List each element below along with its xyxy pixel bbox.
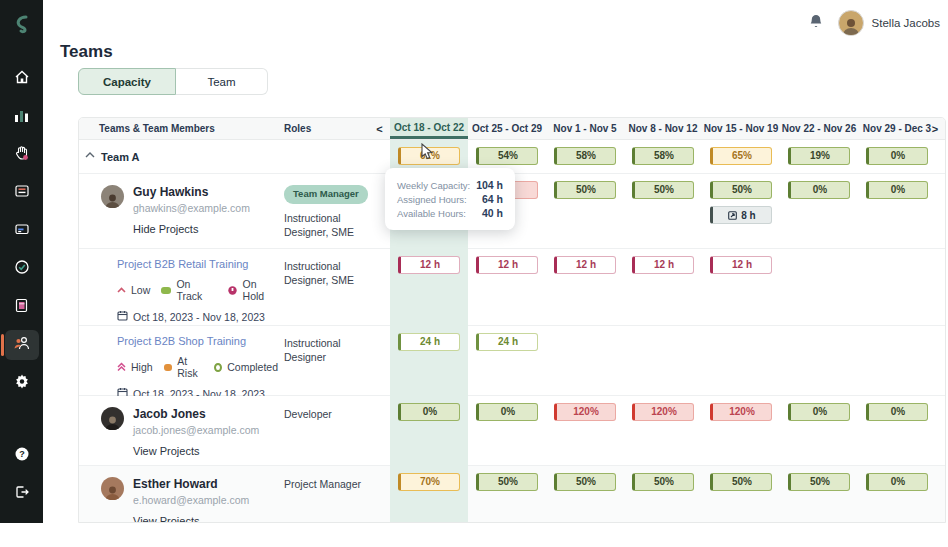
sidebar-item-logout[interactable] xyxy=(5,479,39,509)
capacity-badge[interactable]: 19% xyxy=(788,147,850,165)
capacity-badge[interactable]: 0% xyxy=(866,147,928,165)
week-column-header[interactable]: Nov 15 - Nov 19 xyxy=(702,118,780,139)
tooltip-value: 64 h xyxy=(482,193,503,205)
capacity-badge[interactable]: 58% xyxy=(554,147,616,165)
capacity-badge[interactable]: 0% xyxy=(476,403,538,421)
collapse-team-button[interactable] xyxy=(79,140,101,173)
sidebar-item-billing[interactable] xyxy=(5,216,39,246)
week-cell xyxy=(780,326,858,400)
assigned-hours-badge[interactable]: 24 h xyxy=(476,333,538,351)
sidebar-item-approvals[interactable] xyxy=(5,254,39,284)
assigned-hours-badge[interactable]: 12 h xyxy=(710,256,772,274)
capacity-badge[interactable]: 0% xyxy=(866,181,928,199)
week-cell: 65% xyxy=(702,140,780,173)
week-column-header-active[interactable]: Oct 18 - Oct 22 xyxy=(390,118,468,139)
hand-icon xyxy=(14,145,30,165)
assigned-hours-badge[interactable]: 12 h xyxy=(632,256,694,274)
project-link[interactable]: Project B2B Retail Training xyxy=(117,258,284,270)
week-column-header[interactable]: Nov 29 - Dec 3 xyxy=(858,118,936,139)
assigned-hours-badge[interactable]: 12 h xyxy=(554,256,616,274)
brand-logo-icon[interactable] xyxy=(14,14,30,38)
chevron-up-icon xyxy=(85,152,95,158)
capacity-badge[interactable]: 50% xyxy=(554,181,616,199)
week-cell: 0% xyxy=(858,466,936,523)
week-cell: 24 h xyxy=(468,326,546,400)
week-cell xyxy=(546,326,624,400)
member-email: jacob.jones@example.com xyxy=(133,424,259,436)
week-column-header[interactable]: Oct 25 - Oct 29 xyxy=(468,118,546,139)
user-menu[interactable]: Stella Jacobs xyxy=(838,10,940,36)
week-cell: 120% xyxy=(702,396,780,465)
assigned-hours-badge[interactable]: 24 h xyxy=(398,333,460,351)
teams-icon xyxy=(13,335,31,355)
week-cell xyxy=(858,249,936,325)
sidebar-item-analytics[interactable] xyxy=(5,102,39,132)
capacity-badge[interactable]: 50% xyxy=(632,473,694,491)
sidebar-item-settings[interactable] xyxy=(5,368,39,398)
tab-team[interactable]: Team xyxy=(176,68,268,95)
user-avatar xyxy=(838,10,864,36)
sidebar-item-help[interactable]: ? xyxy=(5,441,39,471)
capacity-badge[interactable]: 50% xyxy=(710,181,772,199)
capacity-badge[interactable]: 70% xyxy=(398,473,460,491)
capacity-badge[interactable]: 54% xyxy=(476,147,538,165)
notifications-bell-icon[interactable] xyxy=(808,13,824,34)
tab-capacity[interactable]: Capacity xyxy=(78,68,176,95)
sidebar-item-inbox[interactable] xyxy=(5,178,39,208)
week-cell: 0% xyxy=(390,396,468,465)
status-label: On Track xyxy=(176,278,215,302)
assigned-hours-cells: 24 h24 h xyxy=(390,326,936,400)
capacity-badge[interactable]: 120% xyxy=(554,403,616,421)
view-projects-link[interactable]: View Projects xyxy=(133,515,199,523)
capacity-badge[interactable]: 0% xyxy=(866,473,928,491)
next-weeks-button[interactable]: > xyxy=(928,118,942,140)
assigned-hours-badge[interactable]: 12 h xyxy=(476,256,538,274)
capacity-badge[interactable]: 120% xyxy=(710,403,772,421)
capacity-badge[interactable]: 120% xyxy=(632,403,694,421)
capacity-badge[interactable]: 50% xyxy=(710,473,772,491)
time-off-badge[interactable]: 8 h xyxy=(710,206,772,224)
capacity-badge[interactable]: 61% xyxy=(398,147,460,165)
week-cell xyxy=(780,249,858,325)
capacity-badge[interactable]: 0% xyxy=(788,403,850,421)
capacity-badge[interactable]: 50% xyxy=(632,181,694,199)
sidebar-item-requests[interactable] xyxy=(5,140,39,170)
week-cell xyxy=(624,326,702,400)
member-name: Guy Hawkins xyxy=(133,185,250,199)
hide-projects-link[interactable]: Hide Projects xyxy=(133,223,198,235)
week-cell: 12 h xyxy=(390,249,468,325)
sidebar-item-teams[interactable] xyxy=(5,330,39,360)
week-cell: 0% xyxy=(858,140,936,173)
capacity-badge[interactable]: 0% xyxy=(866,403,928,421)
prev-weeks-button[interactable]: < xyxy=(369,118,390,139)
gear-icon xyxy=(14,373,30,393)
week-cell: 0% xyxy=(858,396,936,465)
sidebar-item-home[interactable] xyxy=(5,64,39,94)
user-name: Stella Jacobs xyxy=(872,17,940,29)
svg-text:?: ? xyxy=(19,449,25,459)
week-cell: 12 h xyxy=(468,249,546,325)
view-projects-link[interactable]: View Projects xyxy=(133,445,199,457)
capacity-cells: 0%0%120%120%120%0%0% xyxy=(390,396,936,465)
week-cell: 12 h xyxy=(702,249,780,325)
status-on-track-icon xyxy=(161,287,171,294)
capacity-badge[interactable]: 65% xyxy=(710,147,772,165)
week-column-header[interactable]: Nov 22 - Nov 26 xyxy=(780,118,858,139)
sidebar-item-courses[interactable] xyxy=(5,292,39,322)
capacity-badge[interactable]: 0% xyxy=(398,403,460,421)
project-dates: Oct 18, 2023 - Nov 18, 2023 xyxy=(133,311,265,323)
assigned-hours-badge[interactable]: 12 h xyxy=(398,256,460,274)
capacity-badge[interactable]: 58% xyxy=(632,147,694,165)
week-cell: 0% xyxy=(858,174,936,248)
member-avatar xyxy=(101,407,124,430)
capacity-badge[interactable]: 50% xyxy=(554,473,616,491)
tooltip-value: 40 h xyxy=(482,207,503,219)
capacity-badge[interactable]: 0% xyxy=(788,181,850,199)
week-column-header[interactable]: Nov 8 - Nov 12 xyxy=(624,118,702,139)
assigned-hours-cells: 12 h12 h12 h12 h12 h xyxy=(390,249,936,325)
project-link[interactable]: Project B2B Shop Training xyxy=(117,335,284,347)
member-avatar xyxy=(101,477,124,500)
capacity-badge[interactable]: 50% xyxy=(788,473,850,491)
week-column-header[interactable]: Nov 1 - Nov 5 xyxy=(546,118,624,139)
capacity-badge[interactable]: 50% xyxy=(476,473,538,491)
